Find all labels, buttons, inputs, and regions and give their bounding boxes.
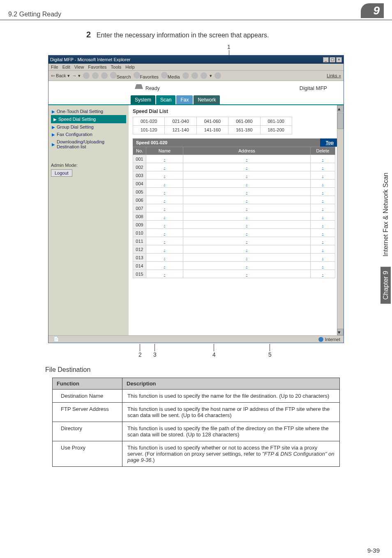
callout-bottom: 2 3 4 5	[48, 344, 344, 359]
links-label[interactable]: Links »	[327, 73, 341, 78]
page-range[interactable]: 141-160	[196, 126, 228, 134]
cell-name[interactable]: -	[146, 262, 183, 270]
cell-delete[interactable]: -	[310, 155, 335, 163]
scroll-down-button[interactable]: ▾	[337, 329, 344, 335]
ie-window: Digital MFP - Microsoft Internet Explore…	[48, 55, 344, 343]
menu-file[interactable]: File	[51, 65, 58, 69]
cell-name[interactable]: -	[146, 163, 183, 171]
home-icon[interactable]	[101, 72, 108, 79]
page-range[interactable]: 021-040	[165, 117, 196, 126]
cell-name[interactable]: -	[146, 270, 183, 278]
menu-help[interactable]: Help	[125, 65, 135, 69]
cell-name[interactable]: -	[146, 212, 183, 221]
page-range[interactable]: 061-080	[228, 117, 260, 126]
page-range[interactable]: 121-140	[165, 126, 196, 134]
minimize-button[interactable]: _	[323, 57, 329, 62]
cell-name[interactable]: -	[146, 254, 183, 262]
scrollbar[interactable]: ▴ ▾	[337, 105, 344, 335]
cell-address[interactable]: -	[183, 155, 311, 163]
page-range[interactable]: 181-200	[260, 126, 292, 134]
page-range[interactable]: 161-180	[228, 126, 260, 134]
cell-address[interactable]: -	[183, 188, 311, 196]
cell-delete[interactable]: -	[310, 262, 335, 270]
back-button[interactable]: ⇦ Back ▾	[51, 73, 70, 78]
cell-delete[interactable]: -	[310, 212, 335, 221]
refresh-icon[interactable]	[92, 72, 99, 79]
cell-delete[interactable]: -	[310, 245, 335, 254]
cell-delete[interactable]: -	[310, 204, 335, 212]
sidebar-item-fax-config[interactable]: ▶Fax Configuration	[51, 131, 126, 138]
cell-name[interactable]: -	[146, 180, 183, 188]
tab-system[interactable]: System	[131, 95, 155, 104]
cell-delete[interactable]: -	[310, 196, 335, 204]
cell-delete[interactable]: -	[310, 171, 335, 180]
page-number: 9-39	[367, 547, 380, 554]
scroll-up-button[interactable]: ▴	[337, 105, 344, 112]
cell-name[interactable]: -	[146, 196, 183, 204]
menu-view[interactable]: View	[74, 65, 84, 69]
edit-icon[interactable]	[214, 72, 221, 79]
cell-address[interactable]: -	[183, 204, 311, 212]
cell-address[interactable]: -	[183, 254, 311, 262]
page-range[interactable]: 101-120	[133, 126, 165, 134]
tab-scan[interactable]: Scan	[156, 95, 175, 104]
page-range[interactable]: 081-100	[260, 117, 292, 126]
scroll-thumb[interactable]	[337, 113, 344, 129]
table-row: 012---	[133, 245, 335, 254]
cell-delete[interactable]: -	[310, 188, 335, 196]
cell-delete[interactable]: -	[310, 180, 335, 188]
sidebar-item-speed-dial[interactable]: ▶Speed Dial Setting	[51, 115, 126, 123]
mail-icon[interactable]	[191, 72, 198, 79]
function-table: Function Description Destination Name Th…	[52, 378, 340, 467]
close-button[interactable]: ×	[336, 57, 342, 62]
top-link[interactable]: Top	[320, 138, 339, 147]
cell-name[interactable]: -	[146, 204, 183, 212]
menu-tools[interactable]: Tools	[111, 65, 122, 69]
logout-button[interactable]: Logout	[51, 169, 72, 177]
cell-address[interactable]: -	[183, 229, 311, 237]
cell-delete[interactable]: -	[310, 270, 335, 278]
cell-address[interactable]: -	[183, 212, 311, 221]
media-button[interactable]: Media	[161, 72, 180, 79]
sidebar-item-download-upload[interactable]: ▶Downloading/Uploading Destination list	[51, 138, 126, 150]
cell-name[interactable]: -	[146, 221, 183, 229]
history-icon[interactable]	[182, 72, 189, 79]
cell-name[interactable]: -	[146, 237, 183, 245]
cell-address[interactable]: -	[183, 237, 311, 245]
forward-button[interactable]: → ▾	[72, 73, 81, 78]
tab-network[interactable]: Network	[194, 95, 220, 104]
cell-delete[interactable]: -	[310, 237, 335, 245]
cell-name[interactable]: -	[146, 188, 183, 196]
cell-address[interactable]: -	[183, 221, 311, 229]
page-range[interactable]: 041-060	[196, 117, 228, 126]
cell-name[interactable]: -	[146, 171, 183, 180]
cell-address[interactable]: -	[183, 245, 311, 254]
sidebar-item-one-touch[interactable]: ▶One-Touch Dial Setting	[51, 108, 126, 115]
cell-address[interactable]: -	[183, 262, 311, 270]
search-button[interactable]: Search	[110, 72, 131, 79]
print-icon[interactable]	[201, 72, 207, 79]
cell-name[interactable]: -	[146, 155, 183, 163]
menu-edit[interactable]: Edit	[62, 65, 70, 69]
menu-favorites[interactable]: Favorites	[88, 65, 106, 69]
tab-fax[interactable]: Fax	[176, 95, 193, 104]
cell-delete[interactable]: -	[310, 163, 335, 171]
cell-no: 001	[133, 155, 146, 163]
cell-delete[interactable]: -	[310, 254, 335, 262]
main-content: Speed Dial List 001-020 021-040 041-060 …	[129, 105, 344, 335]
page-range[interactable]: 001-020	[133, 117, 165, 126]
cell-address[interactable]: -	[183, 270, 311, 278]
cell-name[interactable]: -	[146, 229, 183, 237]
sidebar-item-group-dial[interactable]: ▶Group Dial Setting	[51, 123, 126, 131]
list-title: Speed Dial List	[133, 108, 339, 114]
cell-address[interactable]: -	[183, 163, 311, 171]
cell-name[interactable]: -	[146, 245, 183, 254]
stop-icon[interactable]	[83, 72, 90, 79]
cell-address[interactable]: -	[183, 171, 311, 180]
favorites-button[interactable]: Favorites	[134, 72, 159, 79]
cell-address[interactable]: -	[183, 196, 311, 204]
maximize-button[interactable]: ▢	[330, 57, 335, 62]
cell-delete[interactable]: -	[310, 221, 335, 229]
cell-address[interactable]: -	[183, 180, 311, 188]
cell-delete[interactable]: -	[310, 229, 335, 237]
